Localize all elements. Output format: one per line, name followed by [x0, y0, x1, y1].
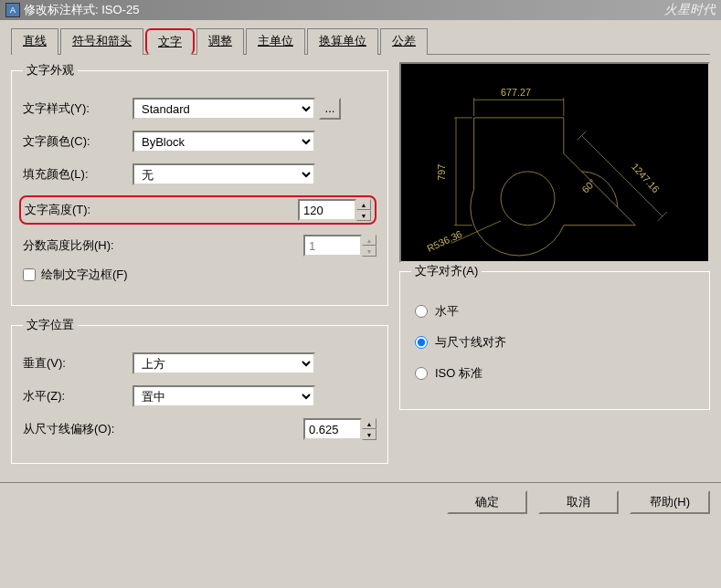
preview-dim-angle: 60° [579, 177, 598, 195]
radio-row-horizontal[interactable]: 水平 [415, 303, 694, 320]
app-icon: A [5, 3, 20, 17]
tab-text[interactable]: 文字 [145, 28, 195, 55]
radio-label-iso: ISO 标准 [435, 365, 482, 382]
svg-point-0 [501, 172, 555, 226]
label-horizontal: 水平(Z): [23, 388, 133, 404]
radio-horizontal[interactable] [415, 305, 428, 318]
radio-row-iso[interactable]: ISO 标准 [415, 365, 694, 382]
tab-tolerance[interactable]: 公差 [380, 28, 428, 55]
preview-dim-diag: 1247.16 [630, 161, 662, 194]
button-bar: 确定 取消 帮助(H) [0, 482, 721, 521]
tab-alternate[interactable]: 换算单位 [307, 28, 378, 55]
input-offset[interactable] [303, 418, 362, 440]
label-offset: 从尺寸线偏移(O): [23, 421, 133, 437]
label-text-frame: 绘制文字边框(F) [41, 267, 128, 283]
preview-dim-top: 677.27 [501, 87, 531, 98]
watermark: 火星时代 [664, 2, 716, 18]
group-placement: 文字位置 垂直(V): 上方 水平(Z): 置中 [11, 317, 388, 464]
label-text-height: 文字高度(T): [25, 202, 134, 218]
fraction-up-button: ▲ [362, 235, 376, 246]
select-text-color[interactable]: ByBlock [133, 131, 315, 152]
tab-primary[interactable]: 主单位 [246, 28, 305, 55]
ok-button[interactable]: 确定 [447, 490, 527, 514]
window-title: 修改标注样式: ISO-25 [24, 2, 139, 18]
text-style-more-button[interactable]: ... [319, 98, 341, 120]
label-fill-color: 填充颜色(L): [23, 166, 133, 183]
select-fill-color[interactable]: 无 [133, 163, 315, 185]
preview-dim-left: 797 [436, 164, 447, 181]
tab-symbols[interactable]: 符号和箭头 [60, 28, 143, 55]
input-text-height[interactable] [298, 199, 356, 221]
tab-line[interactable]: 直线 [11, 28, 58, 55]
cancel-button[interactable]: 取消 [538, 490, 619, 514]
offset-up-button[interactable]: ▲ [362, 418, 376, 429]
height-up-button[interactable]: ▲ [356, 199, 371, 210]
titlebar: A 修改标注样式: ISO-25 火星时代 [0, 0, 721, 20]
radio-iso[interactable] [415, 367, 428, 380]
help-button[interactable]: 帮助(H) [630, 490, 710, 514]
radio-label-horizontal: 水平 [435, 303, 459, 320]
group-alignment: 文字对齐(A) 水平 与尺寸线对齐 ISO 标准 [399, 263, 710, 410]
legend-alignment: 文字对齐(A) [411, 263, 482, 279]
fraction-down-button: ▼ [362, 246, 376, 257]
select-vertical[interactable]: 上方 [133, 352, 315, 374]
radio-aligned[interactable] [415, 336, 428, 349]
checkbox-text-frame[interactable] [23, 268, 36, 281]
select-text-style[interactable]: Standard [133, 98, 315, 120]
height-down-button[interactable]: ▼ [356, 210, 371, 221]
tab-fit[interactable]: 调整 [196, 28, 244, 55]
input-fraction-scale [303, 235, 362, 257]
offset-down-button[interactable]: ▼ [362, 429, 376, 440]
legend-placement: 文字位置 [23, 317, 78, 333]
tab-strip: 直线 符号和箭头 文字 调整 主单位 换算单位 公差 [11, 27, 710, 55]
label-text-color: 文字颜色(C): [23, 133, 133, 150]
radio-row-aligned[interactable]: 与尺寸线对齐 [415, 334, 694, 351]
label-text-style: 文字样式(Y): [23, 100, 133, 117]
group-appearance: 文字外观 文字样式(Y): Standard ... 文字颜色(C): By [11, 62, 388, 306]
select-horizontal[interactable]: 置中 [133, 385, 315, 407]
legend-appearance: 文字外观 [23, 62, 78, 79]
label-vertical: 垂直(V): [23, 355, 133, 372]
dimension-preview: 677.27 797 R536.36 60° 1247.16 [399, 62, 710, 263]
preview-dim-radius: R536.36 [425, 228, 463, 254]
radio-label-aligned: 与尺寸线对齐 [435, 334, 506, 351]
label-fraction-scale: 分数高度比例(H): [23, 237, 133, 254]
